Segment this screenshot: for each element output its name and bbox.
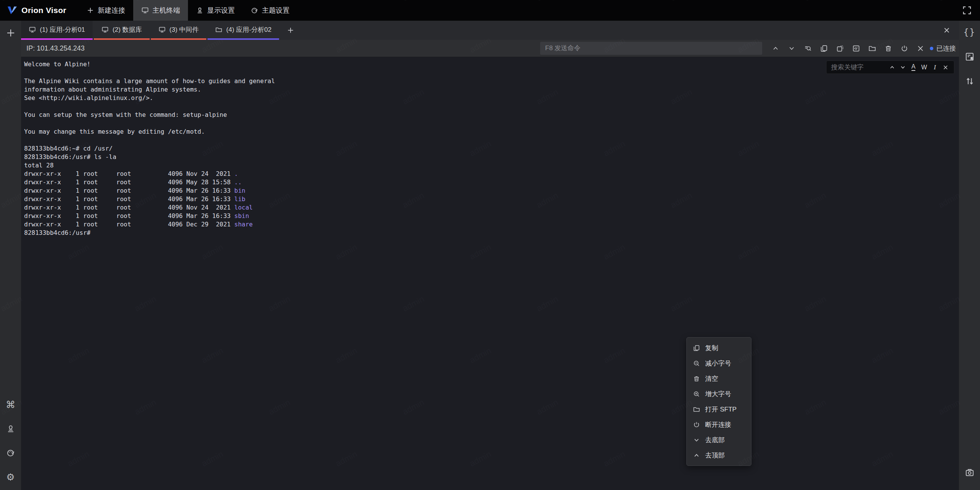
send-command-input[interactable] — [540, 42, 762, 55]
search-match-case-button[interactable]: A — [908, 62, 919, 72]
command-editor-button[interactable] — [848, 42, 864, 55]
command-snippet-button[interactable] — [962, 50, 977, 64]
context-copy[interactable]: 复制 — [687, 340, 751, 356]
search-prev-button[interactable] — [887, 62, 897, 72]
tab-label: (2) 数据库 — [113, 25, 142, 34]
menu-label: 显示设置 — [207, 6, 235, 15]
search-keyword-input[interactable] — [826, 64, 876, 71]
context-item-label: 复制 — [705, 344, 718, 352]
context-decrease-font[interactable]: 减小字号 — [687, 356, 751, 371]
copy-icon — [820, 44, 828, 52]
power-icon — [693, 421, 700, 428]
sftp-button[interactable] — [864, 42, 880, 55]
theme-settings-button[interactable] — [3, 446, 18, 460]
search-next-button[interactable] — [897, 62, 908, 72]
terminal-toolbar: IP: 101.43.254.243 已连接 — [21, 40, 959, 57]
tab-app-analysis-02[interactable]: (4) 应用-分析02 — [207, 21, 279, 40]
document-bookmark-icon — [965, 52, 975, 62]
close-icon — [916, 44, 924, 52]
menu-theme-settings[interactable]: 主题设置 — [243, 0, 297, 21]
connection-status: 已连接 — [930, 44, 956, 53]
scroll-to-bottom-button[interactable] — [784, 42, 800, 55]
palette-icon — [6, 448, 15, 457]
context-go-bottom[interactable]: 去底部 — [687, 432, 751, 447]
terminal-screen[interactable]: Welcome to Alpine! The Alpine Wiki conta… — [21, 57, 959, 490]
code-terminal-icon — [852, 44, 860, 52]
status-label: 已连接 — [936, 44, 956, 53]
left-sidebar: ⌘ ⚙ — [0, 21, 21, 490]
sidebar-new-connection-button[interactable] — [3, 26, 18, 40]
tab-label: (4) 应用-分析02 — [226, 25, 271, 34]
up-down-arrows-icon — [965, 76, 975, 86]
display-settings-button[interactable] — [3, 422, 18, 436]
menu-display-settings[interactable]: 显示设置 — [188, 0, 243, 21]
match-case-icon: A — [911, 64, 916, 71]
search-close-button[interactable] — [940, 62, 951, 72]
context-clear[interactable]: 清空 — [687, 371, 751, 386]
app-logo: Orion Visor — [7, 5, 66, 16]
monitor-icon — [29, 26, 36, 33]
new-tab-button[interactable] — [283, 21, 299, 40]
chevron-up-icon — [693, 452, 700, 459]
clear-button[interactable] — [880, 42, 896, 55]
context-item-label: 去顶部 — [705, 451, 725, 460]
top-bar: Orion Visor 新建连接 主机终端 显示设置 主题设置 — [0, 0, 980, 21]
copy-button[interactable] — [816, 42, 832, 55]
close-icon — [943, 26, 951, 34]
search-whole-word-button[interactable]: W — [919, 62, 929, 72]
close-all-tabs-button[interactable] — [938, 21, 955, 40]
plus-icon — [287, 26, 294, 34]
context-item-label: 增大字号 — [705, 390, 731, 398]
context-item-label: 打开 SFTP — [705, 405, 737, 414]
monitor-icon — [101, 26, 109, 33]
context-item-label: 减小字号 — [705, 359, 731, 368]
plus-icon — [6, 28, 16, 38]
chevron-up-icon — [889, 64, 895, 70]
status-dot — [930, 47, 933, 50]
context-open-sftp[interactable]: 打开 SFTP — [687, 402, 751, 417]
context-disconnect[interactable]: 断开连接 — [687, 417, 751, 432]
close-icon — [942, 64, 949, 70]
search-lines-icon — [804, 44, 812, 52]
settings-button[interactable]: ⚙ — [3, 470, 18, 484]
whole-word-icon: W — [921, 64, 927, 71]
close-session-button[interactable] — [912, 42, 928, 55]
toolbar-buttons — [768, 42, 928, 55]
trash-icon — [693, 375, 700, 382]
search-button[interactable] — [800, 42, 816, 55]
scroll-to-top-button[interactable] — [768, 42, 784, 55]
app-title: Orion Visor — [21, 6, 66, 15]
screenshot-button[interactable] — [962, 465, 977, 479]
tab-label: (1) 应用-分析01 — [40, 25, 85, 34]
ip-address-label: IP: 101.43.254.243 — [26, 44, 85, 52]
context-increase-font[interactable]: 增大字号 — [687, 386, 751, 402]
zoom-out-icon — [693, 360, 700, 367]
fullscreen-icon — [962, 5, 972, 15]
chevron-down-icon — [693, 436, 700, 444]
menu-host-terminal[interactable]: 主机终端 — [133, 0, 188, 21]
sort-switch-button[interactable] — [962, 74, 977, 88]
trash-icon — [884, 44, 892, 52]
right-sidebar: {} — [959, 21, 980, 490]
context-go-top[interactable]: 去顶部 — [687, 447, 751, 463]
tab-database[interactable]: (2) 数据库 — [94, 21, 150, 40]
folder-icon — [693, 406, 700, 413]
folder-icon — [215, 26, 222, 33]
context-item-label: 断开连接 — [705, 420, 731, 429]
shortcut-keys-button[interactable]: ⌘ — [3, 398, 18, 411]
chevron-down-icon — [900, 64, 906, 70]
power-icon — [900, 44, 908, 52]
camera-icon — [965, 467, 975, 477]
terminal-output: Welcome to Alpine! The Alpine Wiki conta… — [21, 57, 959, 237]
tab-middleware[interactable]: (3) 中间件 — [151, 21, 207, 40]
paste-button[interactable] — [832, 42, 848, 55]
fullscreen-button[interactable] — [959, 3, 975, 17]
zoom-in-icon — [693, 390, 700, 398]
quick-command-button[interactable]: {} — [962, 25, 977, 39]
menu-new-connection[interactable]: 新建连接 — [78, 0, 133, 21]
monitor-icon — [141, 7, 149, 14]
search-regex-button[interactable]: I — [929, 62, 940, 72]
tab-app-analysis-01[interactable]: (1) 应用-分析01 — [21, 21, 93, 40]
disconnect-button[interactable] — [896, 42, 912, 55]
stamp-icon — [196, 7, 204, 14]
